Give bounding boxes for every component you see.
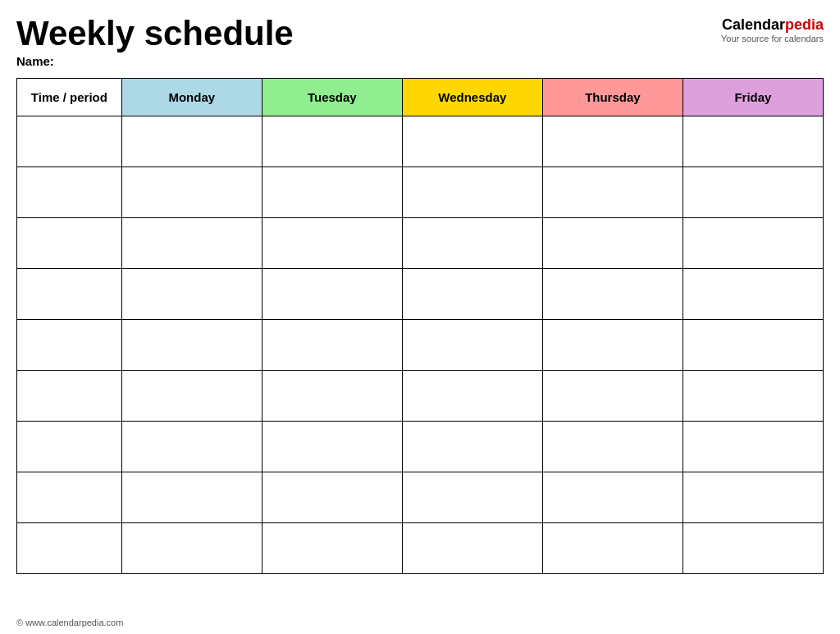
schedule-cell[interactable]: [262, 472, 402, 523]
time-cell[interactable]: [17, 523, 122, 574]
table-row[interactable]: [17, 523, 824, 574]
schedule-cell[interactable]: [402, 269, 542, 320]
header-thursday: Thursday: [542, 79, 682, 116]
schedule-cell[interactable]: [402, 218, 542, 269]
page-container: Weekly schedule Name: Calendarpedia Your…: [0, 0, 840, 634]
schedule-cell[interactable]: [682, 218, 823, 269]
footer: © www.calendarpedia.com: [16, 618, 123, 627]
schedule-table: Time / period Monday Tuesday Wednesday T…: [16, 78, 824, 574]
schedule-cell[interactable]: [262, 218, 402, 269]
schedule-cell[interactable]: [682, 320, 823, 371]
schedule-cell[interactable]: [542, 218, 682, 269]
logo-tagline: Your source for calendars: [721, 34, 824, 43]
schedule-cell[interactable]: [262, 523, 402, 574]
time-cell[interactable]: [17, 269, 122, 320]
schedule-cell[interactable]: [542, 472, 682, 523]
schedule-cell[interactable]: [262, 269, 402, 320]
table-row[interactable]: [17, 116, 824, 167]
schedule-cell[interactable]: [402, 371, 542, 422]
table-row[interactable]: [17, 218, 824, 269]
schedule-cell[interactable]: [542, 523, 682, 574]
schedule-cell[interactable]: [682, 269, 823, 320]
schedule-cell[interactable]: [262, 320, 402, 371]
table-body: [17, 116, 824, 574]
header-time: Time / period: [17, 79, 122, 116]
schedule-cell[interactable]: [542, 422, 682, 472]
schedule-cell[interactable]: [121, 218, 262, 269]
schedule-cell[interactable]: [262, 422, 402, 472]
header-tuesday: Tuesday: [262, 79, 402, 116]
header-monday: Monday: [121, 79, 262, 116]
logo-brand-black: Calendar: [722, 16, 785, 33]
schedule-cell[interactable]: [402, 523, 542, 574]
time-cell[interactable]: [17, 116, 122, 167]
schedule-cell[interactable]: [402, 320, 542, 371]
schedule-cell[interactable]: [402, 422, 542, 472]
schedule-cell[interactable]: [262, 116, 402, 167]
table-row[interactable]: [17, 371, 824, 422]
table-header-row: Time / period Monday Tuesday Wednesday T…: [17, 79, 824, 116]
schedule-cell[interactable]: [402, 116, 542, 167]
schedule-cell[interactable]: [682, 167, 823, 218]
table-row[interactable]: [17, 167, 824, 218]
schedule-cell[interactable]: [121, 116, 262, 167]
schedule-cell[interactable]: [121, 371, 262, 422]
time-cell[interactable]: [17, 167, 122, 218]
page-title: Weekly schedule: [16, 15, 294, 52]
time-cell[interactable]: [17, 472, 122, 523]
schedule-cell[interactable]: [682, 116, 823, 167]
time-cell[interactable]: [17, 320, 122, 371]
table-row[interactable]: [17, 320, 824, 371]
header-friday: Friday: [682, 79, 823, 116]
time-cell[interactable]: [17, 218, 122, 269]
schedule-cell[interactable]: [542, 116, 682, 167]
logo-text: Calendarpedia: [721, 16, 824, 34]
schedule-cell[interactable]: [121, 320, 262, 371]
schedule-cell[interactable]: [682, 422, 823, 472]
schedule-cell[interactable]: [121, 269, 262, 320]
schedule-cell[interactable]: [121, 167, 262, 218]
schedule-cell[interactable]: [542, 269, 682, 320]
header-area: Weekly schedule Name: Calendarpedia Your…: [16, 15, 824, 68]
schedule-cell[interactable]: [542, 320, 682, 371]
header-wednesday: Wednesday: [402, 79, 542, 116]
schedule-cell[interactable]: [121, 523, 262, 574]
name-label: Name:: [16, 54, 294, 68]
table-row[interactable]: [17, 422, 824, 472]
schedule-cell[interactable]: [121, 422, 262, 472]
schedule-cell[interactable]: [121, 472, 262, 523]
table-row[interactable]: [17, 269, 824, 320]
schedule-cell[interactable]: [402, 167, 542, 218]
time-cell[interactable]: [17, 422, 122, 472]
schedule-cell[interactable]: [682, 472, 823, 523]
table-row[interactable]: [17, 472, 824, 523]
time-cell[interactable]: [17, 371, 122, 422]
logo-brand-red: pedia: [785, 16, 824, 33]
schedule-cell[interactable]: [682, 371, 823, 422]
title-block: Weekly schedule Name:: [16, 15, 294, 68]
schedule-cell[interactable]: [542, 371, 682, 422]
schedule-cell[interactable]: [682, 523, 823, 574]
schedule-cell[interactable]: [262, 167, 402, 218]
schedule-cell[interactable]: [542, 167, 682, 218]
footer-url: © www.calendarpedia.com: [16, 618, 123, 627]
schedule-cell[interactable]: [402, 472, 542, 523]
logo-block: Calendarpedia Your source for calendars: [721, 16, 824, 43]
schedule-cell[interactable]: [262, 371, 402, 422]
